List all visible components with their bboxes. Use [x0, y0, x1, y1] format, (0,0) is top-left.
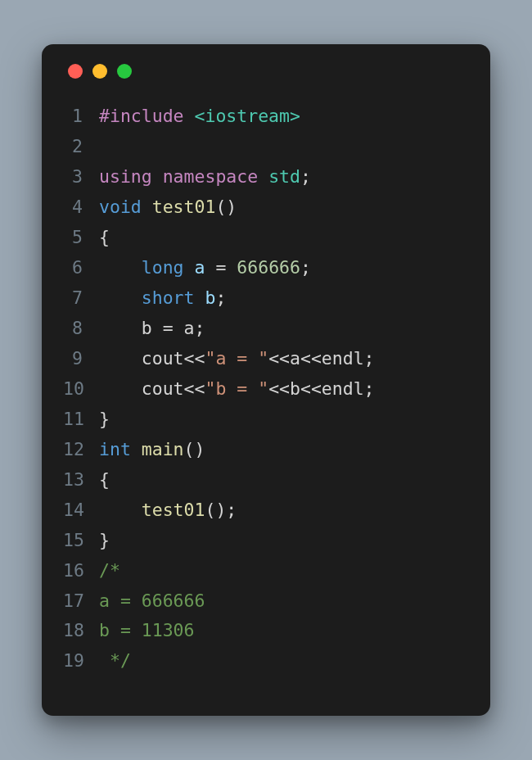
code-token: void — [99, 197, 152, 217]
code-token: { — [99, 227, 110, 247]
code-token: { — [99, 469, 110, 490]
code-content: short b; — [99, 283, 226, 314]
code-token: ; — [215, 287, 226, 308]
code-token: () — [184, 439, 205, 459]
code-window: 1#include <iostream>23using namespace st… — [42, 44, 490, 716]
code-line: 1#include <iostream> — [63, 102, 469, 132]
code-token: cout<< — [99, 348, 205, 369]
line-number: 2 — [63, 132, 99, 162]
code-token: <iostream> — [195, 106, 300, 126]
code-editor: 1#include <iostream>23using namespace st… — [63, 102, 469, 676]
code-line: 7 short b; — [63, 283, 469, 314]
code-token: <<a<<endl; — [268, 348, 374, 369]
traffic-lights — [68, 64, 469, 79]
code-content: b = a; — [99, 314, 205, 344]
line-number: 12 — [63, 435, 99, 465]
code-content: long a = 666666; — [99, 253, 311, 283]
code-content: b = 11306 — [99, 616, 195, 646]
minimize-icon[interactable] — [92, 64, 107, 79]
code-token: short — [142, 287, 205, 308]
line-number: 11 — [63, 405, 99, 435]
line-number: 15 — [63, 526, 99, 556]
code-line: 6 long a = 666666; — [63, 253, 469, 283]
code-token — [99, 287, 142, 308]
line-number: 13 — [63, 465, 99, 495]
code-token: int — [99, 439, 142, 459]
line-number: 9 — [63, 344, 99, 374]
code-content: */ — [99, 646, 131, 676]
zoom-icon[interactable] — [117, 64, 132, 79]
close-icon[interactable] — [68, 64, 83, 79]
code-content: cout<<"a = "<<a<<endl; — [99, 344, 375, 374]
code-line: 14 test01(); — [63, 495, 469, 526]
line-number: 7 — [63, 283, 99, 314]
code-line: 17a = 666666 — [63, 586, 469, 617]
code-line: 2 — [63, 132, 469, 162]
line-number: 1 — [63, 102, 99, 132]
line-number: 10 — [63, 374, 99, 405]
line-number: 5 — [63, 223, 99, 253]
code-token: /* — [99, 560, 120, 581]
code-content: using namespace std; — [99, 162, 311, 192]
code-token: "a = " — [205, 348, 268, 369]
line-number: 14 — [63, 495, 99, 526]
code-token: std — [268, 166, 300, 187]
code-token: main — [142, 439, 184, 459]
line-number: 17 — [63, 586, 99, 617]
code-line: 10 cout<<"b = "<<b<<endl; — [63, 374, 469, 405]
line-number: 6 — [63, 253, 99, 283]
code-token: #include — [99, 106, 195, 126]
code-token: ; — [300, 257, 311, 278]
code-token: */ — [99, 650, 131, 671]
line-number: 19 — [63, 646, 99, 676]
code-line: 11} — [63, 405, 469, 435]
code-token: ; — [300, 166, 311, 187]
line-number: 3 — [63, 162, 99, 192]
code-content: /* — [99, 556, 120, 586]
code-token: test01 — [152, 197, 216, 217]
code-line: 13{ — [63, 465, 469, 495]
code-token: () — [215, 197, 237, 217]
code-token: a = 666666 — [99, 590, 205, 611]
code-token: b = 11306 — [99, 620, 195, 640]
code-token: b = a; — [99, 318, 205, 338]
code-token: using — [99, 166, 163, 187]
code-content: void test01() — [99, 192, 237, 223]
code-line: 4void test01() — [63, 192, 469, 223]
code-line: 19 */ — [63, 646, 469, 676]
code-token: cout<< — [99, 378, 205, 399]
line-number: 8 — [63, 314, 99, 344]
code-token: a — [195, 257, 216, 278]
code-token: "b = " — [205, 378, 268, 399]
code-token: (); — [205, 500, 237, 520]
code-token — [99, 500, 142, 520]
line-number: 4 — [63, 192, 99, 223]
line-number: 16 — [63, 556, 99, 586]
code-line: 15} — [63, 526, 469, 556]
line-number: 18 — [63, 616, 99, 646]
code-token — [99, 257, 142, 278]
code-line: 3using namespace std; — [63, 162, 469, 192]
code-content: test01(); — [99, 495, 237, 526]
code-token: } — [99, 409, 110, 429]
code-line: 8 b = a; — [63, 314, 469, 344]
code-token: = — [215, 257, 237, 278]
code-line: 9 cout<<"a = "<<a<<endl; — [63, 344, 469, 374]
code-token: test01 — [142, 500, 205, 520]
code-content: { — [99, 223, 110, 253]
code-token: long — [142, 257, 195, 278]
code-token: namespace — [163, 166, 268, 187]
code-line: 12int main() — [63, 435, 469, 465]
code-line: 5{ — [63, 223, 469, 253]
code-content: cout<<"b = "<<b<<endl; — [99, 374, 375, 405]
code-content: int main() — [99, 435, 205, 465]
code-content: a = 666666 — [99, 586, 205, 617]
code-content: } — [99, 405, 110, 435]
code-line: 16/* — [63, 556, 469, 586]
code-content: } — [99, 526, 110, 556]
code-token: <<b<<endl; — [268, 378, 374, 399]
code-content: #include <iostream> — [99, 102, 300, 132]
code-token: b — [205, 287, 215, 308]
code-content: { — [99, 465, 110, 495]
code-line: 18b = 11306 — [63, 616, 469, 646]
